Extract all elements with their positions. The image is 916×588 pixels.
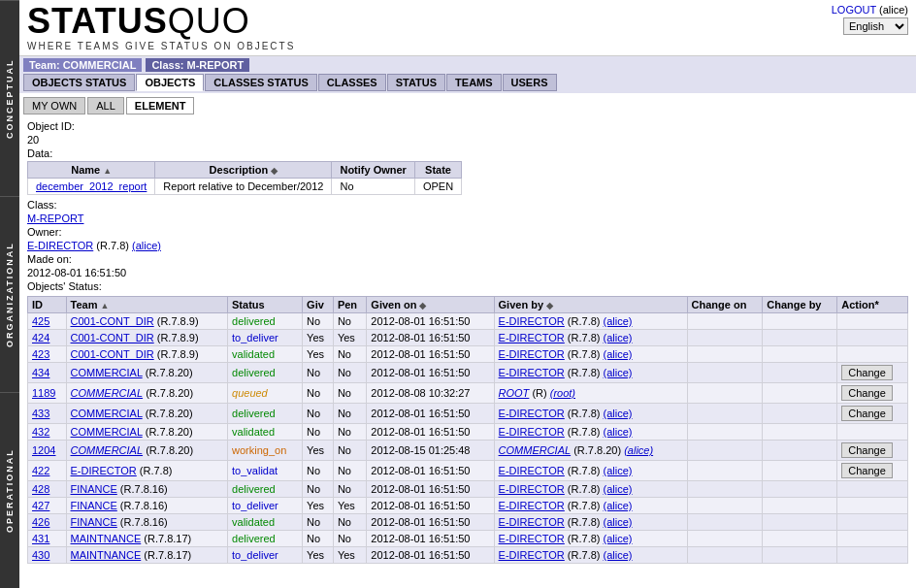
team-link[interactable]: COMMERCIAL (71, 444, 144, 456)
given-by-link[interactable]: E-DIRECTOR (499, 348, 565, 360)
owner-value-link[interactable]: E-DIRECTOR (27, 240, 93, 251)
id-link[interactable]: 427 (32, 500, 49, 511)
subtab-my-own[interactable]: MY OWN (23, 97, 85, 114)
given-by-cell: E-DIRECTOR (R.7.8) (alice) (494, 481, 687, 498)
change-by-value (763, 441, 837, 461)
made-on-value-row: 2012-08-01 16:51:50 (27, 267, 908, 278)
id-link[interactable]: 1204 (32, 444, 55, 456)
id-link[interactable]: 424 (32, 332, 49, 343)
language-select[interactable]: English Français Deutsch (843, 17, 908, 35)
subtab-element[interactable]: ELEMENT (126, 97, 195, 114)
given-by-user-link[interactable]: (alice) (604, 426, 633, 438)
team-link[interactable]: COMMERCIAL (71, 408, 143, 419)
tab-classes-status[interactable]: CLASSES STATUS (205, 74, 316, 91)
given-on-value: 2012-08-01 16:51:50 (367, 424, 494, 441)
tab-users[interactable]: USERS (503, 74, 557, 91)
given-by-link[interactable]: E-DIRECTOR (499, 367, 565, 378)
given-by-link[interactable]: E-DIRECTOR (499, 408, 565, 419)
given-by-user-link[interactable]: (alice) (604, 367, 633, 378)
given-by-user-link[interactable]: (alice) (604, 533, 633, 544)
team-link[interactable]: C001-CONT_DIR (71, 348, 154, 360)
team-link[interactable]: C001-CONT_DIR (71, 315, 154, 327)
given-by-link[interactable]: ROOT (499, 387, 530, 399)
given-by-link[interactable]: E-DIRECTOR (499, 516, 565, 528)
id-link[interactable]: 431 (32, 533, 49, 544)
tab-status[interactable]: STATUS (387, 74, 445, 91)
given-by-link[interactable]: E-DIRECTOR (499, 315, 565, 327)
id-link[interactable]: 430 (32, 549, 49, 561)
given-by-link[interactable]: COMMERCIAL (499, 444, 572, 456)
id-link[interactable]: 434 (32, 367, 49, 378)
given-by-user-link[interactable]: (root) (550, 387, 575, 399)
class-value-link[interactable]: M-REPORT (27, 212, 83, 224)
change-button[interactable]: Change (841, 385, 893, 401)
given-on-value: 2012-08-01 16:51:50 (367, 498, 494, 514)
given-by-link[interactable]: E-DIRECTOR (499, 483, 565, 495)
given-by-cell: ROOT (R) (root) (494, 383, 687, 404)
given-on-value: 2012-08-01 16:51:50 (367, 404, 494, 424)
given-by-user-link[interactable]: (alice) (604, 465, 633, 476)
given-by-user-link[interactable]: (alice) (604, 500, 633, 511)
left-label-conceptual: CONCEPTUAL (0, 0, 19, 196)
status-value: queued (232, 387, 268, 399)
tab-objects-status[interactable]: OBJECTS STATUS (23, 74, 135, 91)
given-by-link[interactable]: E-DIRECTOR (499, 533, 565, 544)
given-on-value: 2012-08-01 16:51:50 (367, 481, 494, 498)
obj-name-link[interactable]: december_2012_report (36, 180, 147, 192)
id-link[interactable]: 423 (32, 348, 49, 360)
given-by-link[interactable]: E-DIRECTOR (499, 426, 565, 438)
given-by-user-link[interactable]: (alice) (604, 483, 633, 495)
tab-classes[interactable]: CLASSES (318, 74, 386, 91)
team-link[interactable]: FINANCE (71, 516, 117, 528)
team-link[interactable]: FINANCE (71, 500, 117, 511)
id-link[interactable]: 433 (32, 408, 49, 419)
given-by-user-link[interactable]: (alice) (604, 549, 633, 561)
id-link[interactable]: 425 (32, 315, 49, 327)
id-link[interactable]: 1189 (32, 387, 55, 399)
team-link[interactable]: COMMERCIAL (71, 426, 143, 438)
change-on-value (687, 383, 763, 404)
team-link[interactable]: FINANCE (71, 483, 117, 495)
change-on-value (687, 461, 763, 481)
given-by-user-link[interactable]: (alice) (624, 444, 653, 456)
team-link[interactable]: MAINTNANCE (71, 549, 142, 561)
id-link[interactable]: 422 (32, 465, 49, 476)
given-by-link[interactable]: E-DIRECTOR (499, 500, 565, 511)
given-by-user-link[interactable]: (alice) (604, 516, 633, 528)
subtab-all[interactable]: ALL (87, 97, 124, 114)
top-right: LOGOUT (alice) English Français Deutsch (832, 4, 908, 35)
tab-teams[interactable]: TEAMS (446, 74, 502, 91)
given-by-user-link[interactable]: (alice) (604, 332, 633, 343)
given-by-user-link[interactable]: (alice) (604, 348, 633, 360)
team-link[interactable]: COMMERCIAL (71, 367, 143, 378)
action-cell (837, 531, 908, 547)
given-by-link[interactable]: E-DIRECTOR (499, 332, 565, 343)
owner-label: Owner: (27, 226, 61, 238)
change-button[interactable]: Change (841, 463, 893, 478)
tab-objects[interactable]: OBJECTS (136, 74, 204, 91)
team-link[interactable]: C001-CONT_DIR (71, 332, 154, 343)
logout-link[interactable]: LOGOUT (832, 4, 876, 16)
data-label-row: Data: (27, 147, 908, 159)
left-label-operational: OPERATIONAL (0, 392, 19, 570)
given-by-link[interactable]: E-DIRECTOR (499, 465, 565, 476)
action-cell (837, 547, 908, 564)
action-cell: Change (837, 383, 908, 404)
team-link[interactable]: E-DIRECTOR (71, 465, 137, 476)
change-on-value (687, 313, 763, 330)
change-button[interactable]: Change (841, 406, 893, 421)
given-by-link[interactable]: E-DIRECTOR (499, 549, 565, 561)
team-link[interactable]: COMMERCIAL (71, 387, 144, 399)
change-button[interactable]: Change (841, 365, 893, 380)
sub-tabs: MY OWN ALL ELEMENT (19, 93, 916, 114)
id-link[interactable]: 426 (32, 516, 49, 528)
class-label: Class: (27, 199, 57, 211)
id-link[interactable]: 428 (32, 483, 49, 495)
given-by-user-link[interactable]: (alice) (604, 315, 633, 327)
id-link[interactable]: 432 (32, 426, 49, 438)
team-link[interactable]: MAINTNANCE (71, 533, 142, 544)
change-button[interactable]: Change (841, 442, 893, 458)
owner-user-link[interactable]: (alice) (132, 240, 161, 251)
nav-area: Team: COMMERCIAL Class: M-REPORT OBJECTS… (19, 56, 916, 93)
given-by-user-link[interactable]: (alice) (604, 408, 633, 419)
